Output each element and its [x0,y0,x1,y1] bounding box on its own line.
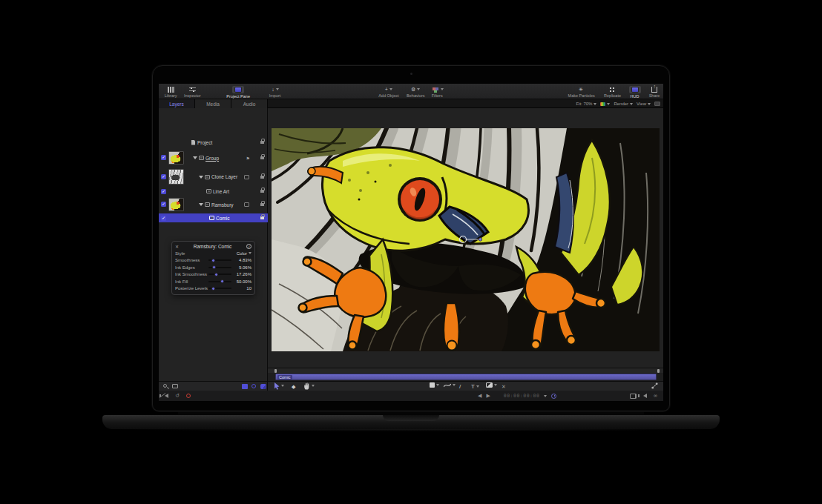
disclosure-triangle[interactable] [199,176,203,179]
select-transform-tool[interactable] [274,382,284,390]
posterize-levels-slider[interactable] [208,288,231,289]
audio-icon[interactable] [643,394,647,398]
lock-icon[interactable] [260,203,264,206]
disclosure-triangle[interactable] [193,156,197,159]
filter-icon [209,216,214,220]
inspector-button[interactable]: Inspector [183,84,202,98]
anchor-point-handle[interactable] [458,235,485,245]
diamond-icon: ◆ [292,382,295,391]
disclosure-triangle[interactable] [199,203,203,206]
checkbox-checked[interactable]: ✓ [161,155,166,160]
layers-panel: Project ✓ Group ⚑ ✓ [159,108,268,381]
chevron-down-icon [607,103,610,105]
lock-icon[interactable] [260,141,264,144]
layer-row-comic-selected[interactable]: ✓ Comic [159,213,268,222]
project-pane-button[interactable]: Project Pane [226,84,251,99]
mute-audio-icon[interactable] [165,394,168,398]
checkbox-checked[interactable]: ✓ [161,202,166,207]
hud-button[interactable]: HUD [629,84,641,99]
timing-clock-icon[interactable] [551,394,556,399]
tab-audio[interactable]: Audio [231,99,268,108]
ink-smoothness-slider[interactable] [208,273,231,275]
image-mask-tool[interactable] [486,382,497,388]
filters-button[interactable]: Filters [431,84,443,98]
timecode-display: 00:00:00:00 [504,393,540,399]
render-menu[interactable]: Render [614,102,633,106]
pan-tool[interactable] [303,382,315,390]
hud-param-label: Posterize Levels [175,286,206,291]
ink-edges-slider[interactable] [208,267,231,268]
library-button[interactable]: Library [164,84,177,98]
behaviors-button[interactable]: ⚙ Behaviors [406,84,426,98]
search-icon[interactable] [163,384,167,388]
lock-icon[interactable] [260,216,264,219]
show-layers-icon[interactable] [242,384,248,389]
shape-tool[interactable] [430,382,439,388]
show-masks-icon[interactable] [251,384,256,388]
slider-handle[interactable] [220,279,224,283]
info-icon[interactable]: i [246,244,251,249]
play-range-end-marker[interactable] [657,369,660,373]
filter-icon [206,189,211,193]
zoom-fit-menu[interactable]: Fit: 70% [576,102,596,106]
record-button[interactable] [186,394,191,398]
play-button[interactable]: ▶ [486,392,490,399]
chevron-down-icon [453,384,456,386]
smoothness-slider[interactable] [208,259,231,261]
layer-row-group[interactable]: ✓ Group ⚑ [159,150,268,166]
bezier-tool[interactable] [444,382,456,388]
replicate-button[interactable]: Replicate [603,84,622,98]
lock-icon[interactable] [260,156,264,159]
replicate-icon [609,87,615,93]
adjust-item-tool[interactable]: ◆ [292,382,295,391]
add-object-label: Add Object [378,93,398,98]
preview-icon[interactable] [172,384,178,388]
line-tool[interactable]: / [459,382,461,391]
media-badge-icon [244,175,249,179]
style-popup[interactable]: Color [206,251,251,256]
slider-handle[interactable] [211,259,215,262]
lock-icon[interactable] [260,176,264,179]
layer-row-project[interactable]: Project [159,136,268,148]
share-button[interactable]: ↑ Share [648,84,660,98]
make-particles-button[interactable]: ✳ Make Particles [567,84,596,98]
go-to-start-button[interactable]: ◀ [478,392,481,399]
lock-icon[interactable] [260,190,264,193]
cut-tool[interactable]: ✕ [502,382,506,391]
layer-row-line-art[interactable]: ✓ Line Art [159,187,268,196]
inspector-icon [189,87,196,93]
checkbox-checked[interactable]: ✓ [161,216,166,221]
view-menu[interactable]: View [637,102,651,106]
channels-menu[interactable] [600,102,610,106]
pane-tab-bar: Layers Media Audio Fit: 70% Render View [159,99,663,108]
layer-row-ramsbury[interactable]: ✓ Ramsbury [159,196,268,213]
timeline-clip-comic[interactable]: Comic [275,374,657,380]
slider-handle[interactable] [214,273,218,276]
layout-grid-icon[interactable] [654,102,660,106]
checkbox-checked[interactable]: ✓ [161,174,166,179]
ink-fill-slider[interactable] [208,281,231,282]
canvas-viewport[interactable] [268,108,663,368]
timing-pane-icon[interactable] [630,394,637,399]
checkbox-checked[interactable]: ✓ [161,189,166,194]
loop-playback-icon[interactable]: ↺ [175,392,180,399]
add-object-button[interactable]: + Add Object [378,84,400,98]
show-groups-icon[interactable] [260,384,266,389]
chevron-down-icon [312,385,315,387]
import-button[interactable]: ↓ Import [269,84,281,98]
keyframe-icon [651,382,658,389]
slider-handle[interactable] [211,287,215,291]
tab-media[interactable]: Media [195,99,231,108]
keyframe-tool[interactable] [651,382,658,389]
mini-timeline-scrubber[interactable] [268,368,663,373]
gear-icon: ⚙ [411,87,415,93]
layer-row-clone-layer[interactable]: ✓ Clone Layer [159,168,268,186]
loop-icon[interactable]: ∞ [654,392,657,399]
hud-icon [629,86,641,93]
chevron-down-icon [417,88,420,90]
tab-layers[interactable]: Layers [159,99,195,108]
text-tool[interactable]: T [471,382,479,391]
play-range-start-marker[interactable] [274,369,277,373]
chevron-down-icon[interactable] [544,395,547,397]
slider-handle[interactable] [212,265,216,269]
